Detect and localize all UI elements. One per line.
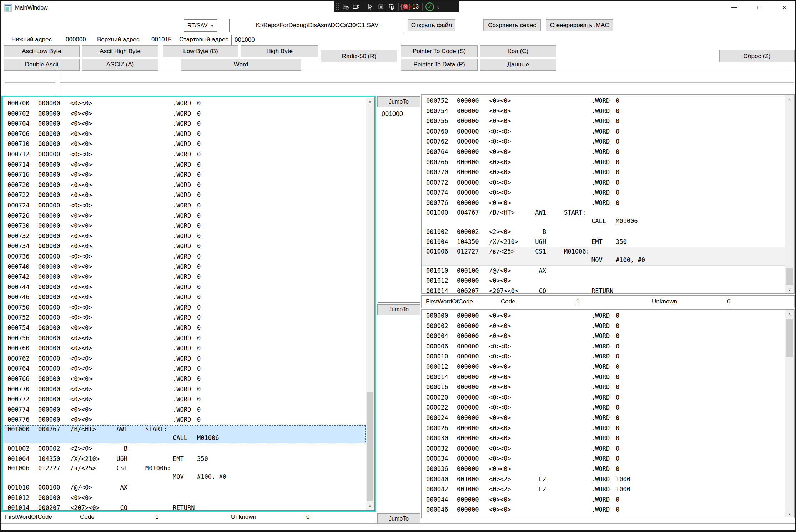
disasm-row[interactable]: 000032000000<0><0>.WORD0 [422,443,785,454]
disasm-row[interactable]: 001010000100/@/<0>AX [3,482,366,493]
high-byte-button[interactable]: High Byte [241,45,318,57]
scrollbar-thumb[interactable] [367,392,373,501]
maximize-button[interactable]: □ [749,1,770,14]
generate-mac-button[interactable]: Сгенерировать .MAC [546,19,613,31]
disasm-row[interactable]: 000772000000<0><0>.WORD0 [3,394,366,405]
left-panel-scrollbar[interactable]: ∧ ∨ [366,98,374,510]
disasm-row[interactable]: 000726000000<0><0>.WORD0 [3,211,366,221]
disasm-row[interactable]: 000020000000<0><0>.WORD0 [422,392,785,403]
disasm-row[interactable]: 001006012727/в/<25>CS1M01006:MOV#100, #0 [3,464,366,482]
disasm-row[interactable]: 000764000000<0><0>.WORD0 [422,147,785,157]
disasm-row[interactable]: 001012000000<0><0> [422,276,785,286]
jump-target-item[interactable]: 001000 [378,108,420,118]
disasm-row[interactable]: 000024000000<0><0>.WORD0 [422,413,785,423]
stop-square-icon[interactable] [376,2,386,11]
disasm-row[interactable]: 000002000000<0><0>.WORD0 [422,321,785,331]
disasm-row[interactable]: 000724000000<0><0>.WORD0 [3,200,366,211]
drag-grip-icon[interactable] [335,2,340,11]
collapse-arrow-icon[interactable]: ‹ [437,2,439,11]
disasm-row[interactable]: 000752000000<0><0>.WORD0 [3,312,366,323]
data-button[interactable]: Данные [480,59,556,71]
disasm-row[interactable]: 000754000000<0><0>.WORD0 [422,106,785,116]
scrollbar-thumb[interactable] [786,319,793,357]
jump-to-button-bottom[interactable]: JumpTo [377,513,420,524]
scroll-up-icon[interactable]: ∧ [366,98,374,106]
disasm-row[interactable]: 000046000000<0><0>.WORD0 [422,505,785,515]
disasm-row[interactable]: 000774000000<0><0>.WORD0 [3,405,366,415]
save-session-button[interactable]: Сохранить сеанс [483,19,541,31]
disasm-row[interactable]: 000042001000<0><2>L2.WORD1000 [422,484,785,495]
disasm-row[interactable]: 000734000000<0><0>.WORD0 [3,241,366,251]
reset-button[interactable]: Сброс (Z) [719,50,795,62]
disasm-row[interactable]: 000710000000<0><0>.WORD0 [3,139,366,149]
disasm-row[interactable]: 001000004767/B/<HT>AW1START:CALLM01006 [3,425,366,443]
disasm-row[interactable]: 000746000000<0><0>.WORD0 [3,292,366,302]
word-button[interactable]: Word [181,59,301,71]
disasm-row[interactable]: 000750000000<0><0>.WORD0 [3,302,366,313]
disasm-row[interactable]: 000752000000<0><0>.WORD0 [422,96,785,106]
cursor-icon[interactable] [365,2,376,11]
disasm-row[interactable]: 000004000000<0><0>.WORD0 [422,331,785,341]
left-disassembly-panel[interactable]: 000700000000<0><0>.WORD0000702000000<0><… [1,96,376,512]
disasm-row[interactable]: 000022000000<0><0>.WORD0 [422,402,785,413]
scroll-up-icon[interactable]: ∧ [785,310,794,318]
close-button[interactable]: ✕ [774,1,795,14]
disasm-row[interactable]: 000736000000<0><0>.WORD0 [3,251,366,262]
double-ascii-button[interactable]: Double Ascii [4,59,80,71]
disasm-row[interactable]: 000760000000<0><0>.WORD0 [422,126,785,137]
disasm-row[interactable]: 000040001000<0><2>L2.WORD1000 [422,474,785,485]
low-byte-button[interactable]: Low Byte (B) [163,45,238,57]
success-check-icon[interactable]: ✓ [425,2,434,11]
pointer-to-code-button[interactable]: Pointer To Code (S) [401,45,478,57]
disasm-row[interactable]: 001000004767/B/<HT>AW1START:CALLM01006 [422,208,785,227]
disasm-row[interactable]: 000776000000<0><0>.WORD0 [422,198,785,208]
disasm-row[interactable]: 001002000002<2><0>B [422,227,785,237]
right-bottom-disassembly-panel[interactable]: 000000000000<0><0>.WORD0000002000000<0><… [421,309,795,518]
disasm-row[interactable]: 000014000000<0><0>.WORD0 [422,372,785,382]
ascii-high-byte-button[interactable]: Ascii High Byte [82,45,158,57]
disasm-row[interactable]: 000756000000<0><0>.WORD0 [422,116,785,126]
disasm-row[interactable]: 000704000000<0><0>.WORD0 [3,119,366,129]
right-top-scrollbar[interactable]: ∧ ∨ [785,95,794,293]
info-box-small[interactable] [5,71,55,95]
minimize-button[interactable]: — [724,1,745,14]
disasm-row[interactable]: 000764000000<0><0>.WORD0 [3,363,366,374]
scrollbar-thumb[interactable] [786,268,793,285]
scroll-down-icon[interactable]: ∨ [785,285,794,293]
disasm-row[interactable]: 000722000000<0><0>.WORD0 [3,190,366,200]
disasm-row[interactable]: 000700000000<0><0>.WORD0 [3,98,366,109]
radix-50-button[interactable]: Radix-50 (R) [321,50,397,62]
disasm-row[interactable]: 000012000000<0><0>.WORD0 [422,362,785,372]
disasm-row[interactable]: 000732000000<0><0>.WORD0 [3,231,366,241]
disasm-row[interactable]: 000762000000<0><0>.WORD0 [3,353,366,364]
disasm-row[interactable]: 001004104350/X/<210>U6HEMT350 [422,237,785,247]
disasm-row[interactable]: 000744000000<0><0>.WORD0 [3,282,366,292]
error-badge[interactable]: { ✕ } 13 [400,3,421,10]
disasm-row[interactable]: 000712000000<0><0>.WORD0 [3,149,366,160]
disasm-row[interactable]: 001012000000<0><0> [3,493,366,503]
disasm-row[interactable]: 000774000000<0><0>.WORD0 [422,187,785,198]
disasm-row[interactable]: 000742000000<0><0>.WORD0 [3,272,366,282]
disasm-row[interactable]: 001010000100/@/<0>AX [422,266,785,276]
disasm-row[interactable]: 000730000000<0><0>.WORD0 [3,221,366,231]
disasm-row[interactable]: 000756000000<0><0>.WORD0 [3,333,366,343]
scroll-down-icon[interactable]: ∨ [785,510,794,517]
info-box-wide[interactable] [60,71,794,95]
jump-to-list-bottom[interactable] [378,316,420,512]
disasm-row[interactable]: 000776000000<0><0>.WORD0 [3,415,366,425]
disasm-row[interactable]: 000740000000<0><0>.WORD0 [3,262,366,272]
pointer-to-data-button[interactable]: Pointer To Data (P) [401,59,478,71]
disasm-row[interactable]: 000766000000<0><0>.WORD0 [422,157,785,167]
disasm-row[interactable]: 000702000000<0><0>.WORD0 [3,109,366,119]
disasm-row[interactable]: 000770000000<0><0>.WORD0 [3,384,366,395]
disasm-row[interactable]: 000754000000<0><0>.WORD0 [3,323,366,333]
jump-to-button-middle[interactable]: JumpTo [377,304,420,315]
format-select[interactable]: RT/SAV [184,19,217,32]
camera-icon[interactable] [351,2,362,11]
open-file-button[interactable]: Открыть файл [408,19,455,31]
log-target-icon[interactable] [340,2,351,11]
disasm-row[interactable]: 000762000000<0><0>.WORD0 [422,136,785,147]
disasm-row[interactable]: 000006000000<0><0>.WORD0 [422,341,785,352]
disasm-row[interactable]: 000716000000<0><0>.WORD0 [3,170,366,180]
code-button[interactable]: Код (C) [480,45,556,57]
